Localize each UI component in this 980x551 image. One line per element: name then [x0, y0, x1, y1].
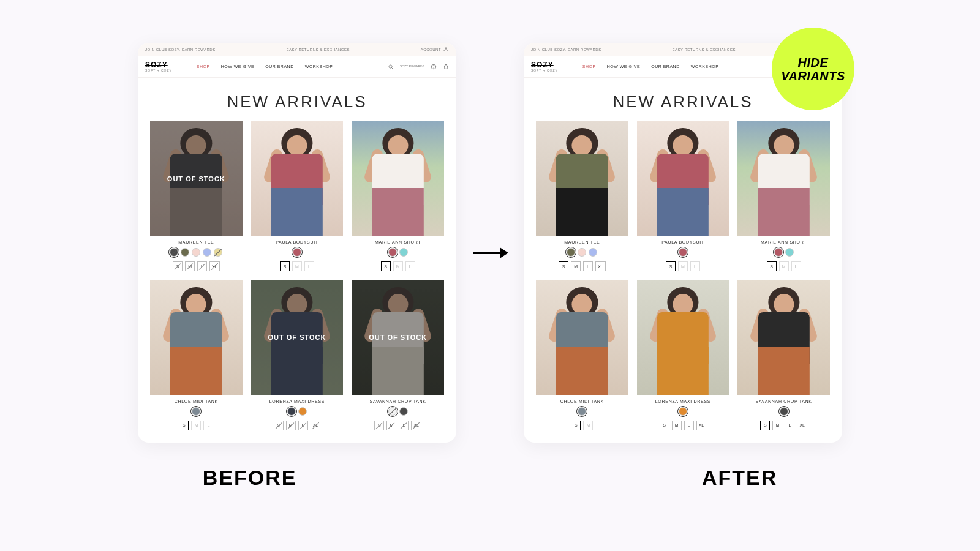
color-swatch[interactable] — [170, 248, 178, 257]
color-swatch[interactable] — [679, 248, 687, 257]
size-option[interactable]: M — [571, 261, 581, 271]
color-swatch[interactable] — [293, 248, 301, 257]
search-icon[interactable] — [388, 61, 394, 72]
size-option[interactable]: L — [791, 261, 801, 271]
size-option[interactable]: S — [559, 261, 568, 271]
nav-workshop[interactable]: WORKSHOP — [305, 64, 333, 69]
product-name[interactable]: MARIE ANN SHORT — [761, 240, 807, 244]
size-option[interactable]: S — [571, 421, 581, 430]
product-image[interactable]: OUT OF STOCK — [352, 280, 444, 395]
size-option[interactable]: M — [286, 421, 296, 430]
nav-shop[interactable]: SHOP — [197, 64, 210, 69]
size-option[interactable]: S — [179, 421, 189, 430]
product-image[interactable] — [251, 121, 344, 236]
size-option[interactable]: M — [292, 261, 302, 271]
color-swatch[interactable] — [388, 407, 397, 416]
color-swatch[interactable] — [567, 248, 575, 257]
size-option[interactable]: M — [772, 421, 782, 430]
nav-shop[interactable]: SHOP — [582, 64, 596, 69]
size-option[interactable]: S — [660, 421, 669, 430]
product-image[interactable] — [352, 121, 444, 236]
color-swatch[interactable] — [578, 248, 586, 257]
size-option[interactable]: XL — [797, 421, 807, 430]
color-swatch[interactable] — [192, 407, 200, 416]
color-swatch[interactable] — [774, 248, 783, 257]
size-option[interactable]: L — [405, 261, 415, 271]
color-swatch[interactable] — [578, 407, 586, 416]
product-image[interactable] — [637, 121, 729, 236]
product-image[interactable] — [637, 280, 729, 395]
size-option[interactable]: M — [386, 421, 396, 430]
size-option[interactable]: M — [779, 261, 789, 271]
brand-logo[interactable]: SOZY SOFT + COZY — [145, 61, 172, 72]
color-swatch[interactable] — [780, 407, 788, 416]
topbar-promo[interactable]: JOIN CLUB SOZY, EARN REWARDS — [531, 48, 601, 51]
product-name[interactable]: LORENZA MAXI DRESS — [655, 399, 710, 403]
size-option[interactable]: M — [185, 261, 195, 271]
product-name[interactable]: MAUREEN TEE — [178, 240, 214, 244]
size-option[interactable]: XL — [411, 421, 421, 430]
size-option[interactable]: XL — [209, 261, 220, 271]
color-swatch[interactable] — [589, 248, 597, 257]
product-image[interactable] — [737, 121, 830, 236]
nav-workshop[interactable]: WORKSHOP — [691, 64, 719, 69]
size-option[interactable]: S — [760, 421, 770, 430]
product-image[interactable] — [536, 280, 628, 395]
color-swatch[interactable] — [399, 248, 408, 257]
product-name[interactable]: PAULA BODYSUIT — [276, 240, 318, 244]
size-option[interactable]: S — [374, 421, 384, 430]
product-name[interactable]: PAULA BODYSUIT — [662, 240, 704, 244]
size-option[interactable]: M — [583, 421, 593, 430]
size-option[interactable]: XL — [311, 421, 321, 430]
product-name[interactable]: SAVANNAH CROP TANK — [756, 399, 812, 403]
size-option[interactable]: L — [203, 421, 213, 430]
size-option[interactable]: S — [274, 421, 284, 430]
help-icon[interactable] — [431, 61, 437, 72]
nav-brand[interactable]: OUR BRAND — [651, 64, 680, 69]
product-name[interactable]: SAVANNAH CROP TANK — [370, 399, 426, 403]
product-name[interactable]: LORENZA MAXI DRESS — [270, 399, 325, 403]
size-option[interactable]: M — [672, 421, 682, 430]
size-option[interactable]: M — [678, 261, 688, 271]
bag-icon[interactable] — [443, 61, 449, 72]
product-image[interactable] — [737, 280, 830, 395]
color-swatch[interactable] — [679, 407, 687, 416]
nav-give[interactable]: HOW WE GIVE — [607, 64, 641, 69]
size-option[interactable]: S — [666, 261, 676, 271]
nav-brand[interactable]: OUR BRAND — [265, 64, 294, 69]
size-option[interactable]: XL — [696, 421, 707, 430]
color-swatch[interactable] — [192, 248, 200, 257]
rewards-link[interactable]: SOZY REWARDS — [400, 65, 424, 68]
product-image[interactable]: OUT OF STOCK — [150, 121, 243, 236]
color-swatch[interactable] — [388, 248, 397, 257]
color-swatch[interactable] — [181, 248, 189, 257]
size-option[interactable]: L — [583, 261, 593, 271]
size-option[interactable]: L — [304, 261, 314, 271]
size-option[interactable]: L — [785, 421, 794, 430]
color-swatch[interactable] — [785, 248, 794, 257]
product-image[interactable]: OUT OF STOCK — [251, 280, 344, 395]
product-image[interactable] — [536, 121, 628, 236]
size-option[interactable]: M — [393, 261, 403, 271]
size-option[interactable]: S — [173, 261, 183, 271]
topbar-account[interactable]: ACCOUNT — [421, 46, 449, 53]
color-swatch[interactable] — [214, 248, 222, 257]
size-option[interactable]: L — [399, 421, 409, 430]
size-option[interactable]: L — [690, 261, 700, 271]
size-option[interactable]: S — [280, 261, 290, 271]
topbar-promo[interactable]: JOIN CLUB SOZY, EARN REWARDS — [145, 48, 216, 51]
brand-logo[interactable]: SOZY SOFT + COZY — [531, 61, 558, 72]
size-option[interactable]: L — [684, 421, 694, 430]
product-name[interactable]: CHLOE MIDI TANK — [175, 399, 218, 403]
color-swatch[interactable] — [203, 248, 211, 257]
color-swatch[interactable] — [399, 407, 408, 416]
product-name[interactable]: MARIE ANN SHORT — [375, 240, 421, 244]
product-image[interactable] — [150, 280, 243, 395]
color-swatch[interactable] — [298, 407, 307, 416]
size-option[interactable]: L — [197, 261, 207, 271]
size-option[interactable]: XL — [595, 261, 606, 271]
size-option[interactable]: L — [298, 421, 308, 430]
product-name[interactable]: MAUREEN TEE — [564, 240, 600, 244]
topbar-returns[interactable]: EASY RETURNS & EXCHANGES — [286, 48, 350, 51]
size-option[interactable]: S — [767, 261, 777, 271]
